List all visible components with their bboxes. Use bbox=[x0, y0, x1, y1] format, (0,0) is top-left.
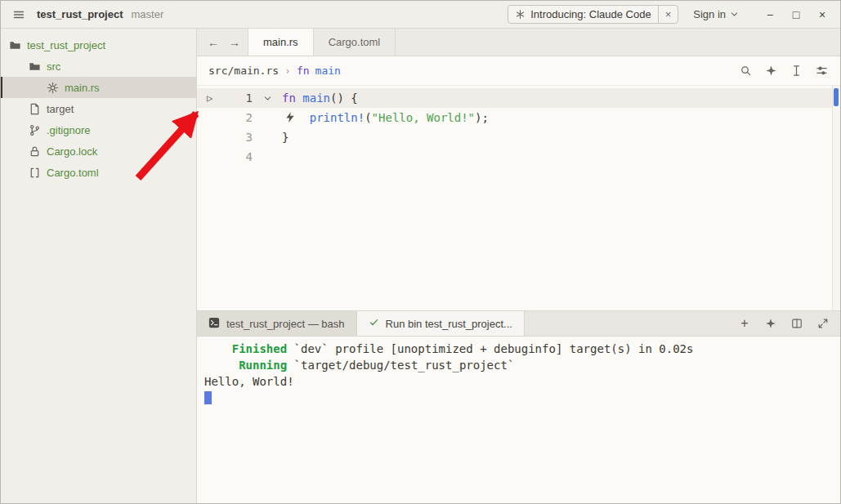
run-button[interactable]: ▷ bbox=[207, 92, 221, 104]
chevron-down-icon bbox=[730, 10, 739, 19]
editor-toolbar: src/main.rs › fn main bbox=[197, 56, 840, 86]
git-branch-label[interactable]: master bbox=[131, 8, 163, 20]
line-number: 3 bbox=[221, 131, 253, 144]
lock-icon bbox=[29, 145, 41, 158]
sparkle-asterisk-icon bbox=[515, 9, 526, 20]
app-window: test_rust_project master Introducing: Cl… bbox=[0, 0, 841, 504]
project-title[interactable]: test_rust_project bbox=[37, 8, 123, 20]
sidebar-item-src[interactable]: src bbox=[1, 56, 196, 77]
sidebar-item-main-rs[interactable]: main.rs bbox=[1, 77, 196, 98]
terminal-line: Running `target/debug/test_rust_project` bbox=[204, 357, 840, 373]
file-icon bbox=[29, 103, 41, 115]
sidebar-item-project-root[interactable]: test_rust_project bbox=[1, 34, 196, 56]
code-editor[interactable]: ▷ 1 fn main() { 2 print bbox=[197, 86, 840, 310]
terminal-tab-bar: test_rust_project — bash Run bin test_ru… bbox=[197, 310, 840, 337]
terminal-tab-run-bin[interactable]: Run bin test_rust_project... bbox=[357, 311, 525, 336]
sign-in-button[interactable]: Sign in bbox=[690, 8, 742, 20]
close-button[interactable]: × bbox=[811, 4, 834, 25]
minimize-button[interactable]: − bbox=[758, 4, 781, 25]
promo-close-button[interactable]: × bbox=[658, 6, 678, 23]
git-branch-icon bbox=[29, 124, 41, 136]
sidebar-item-cargo-toml[interactable]: Cargo.toml bbox=[1, 162, 196, 183]
folder-icon bbox=[9, 39, 21, 51]
title-bar: test_rust_project master Introducing: Cl… bbox=[1, 1, 840, 29]
breadcrumb[interactable]: src/main.rs › fn main bbox=[208, 65, 736, 77]
code-line: 4 bbox=[197, 147, 840, 167]
sidebar-item-gitignore[interactable]: .gitignore bbox=[1, 119, 196, 140]
assistant-sparkle-icon[interactable] bbox=[762, 62, 780, 80]
editor-tab-bar: ← → main.rs Cargo.toml bbox=[197, 29, 840, 56]
search-icon[interactable] bbox=[736, 62, 754, 80]
code-line: 2 println!("Hello, World!"); bbox=[197, 108, 840, 127]
new-terminal-button[interactable]: + bbox=[736, 314, 754, 332]
hamburger-menu-icon[interactable] bbox=[9, 5, 29, 25]
terminal-icon bbox=[208, 317, 220, 331]
terminal-output[interactable]: Finished `dev` profile [unoptimized + de… bbox=[197, 337, 840, 504]
sidebar-item-target[interactable]: target bbox=[1, 98, 196, 119]
editor-pane: ← → main.rs Cargo.toml src/main.rs › fn … bbox=[197, 29, 840, 504]
code-line: ▷ 1 fn main() { bbox=[197, 88, 840, 108]
line-number: 2 bbox=[221, 111, 253, 124]
terminal-tab-bash[interactable]: test_rust_project — bash bbox=[197, 311, 357, 336]
expand-panel-icon[interactable] bbox=[814, 314, 832, 332]
nav-forward-button[interactable]: → bbox=[225, 33, 244, 52]
editor-settings-icon[interactable] bbox=[812, 62, 830, 80]
chevron-down-icon[interactable] bbox=[253, 94, 282, 103]
terminal-line: Hello, World! bbox=[204, 373, 840, 390]
rust-file-icon bbox=[47, 82, 59, 94]
tab-cargo-toml[interactable]: Cargo.toml bbox=[314, 29, 396, 56]
tab-main-rs[interactable]: main.rs bbox=[248, 29, 314, 56]
promo-label: Introducing: Claude Code bbox=[530, 8, 651, 20]
nav-back-button[interactable]: ← bbox=[204, 33, 223, 52]
terminal-line: Finished `dev` profile [unoptimized + de… bbox=[204, 341, 840, 357]
terminal-cursor bbox=[204, 391, 212, 404]
line-number: 1 bbox=[221, 91, 253, 105]
promo-banner: Introducing: Claude Code × bbox=[508, 5, 678, 24]
text-cursor-icon[interactable] bbox=[787, 62, 805, 80]
project-panel: test_rust_project src main.rs target bbox=[1, 29, 197, 504]
toml-icon bbox=[29, 167, 41, 179]
line-number: 4 bbox=[221, 150, 253, 163]
scrollbar-cursor-marker[interactable] bbox=[834, 88, 839, 106]
sidebar-item-cargo-lock[interactable]: Cargo.lock bbox=[1, 140, 196, 162]
terminal-sparkle-icon[interactable] bbox=[762, 314, 780, 332]
code-action-bolt-icon[interactable] bbox=[285, 112, 295, 125]
maximize-button[interactable]: □ bbox=[785, 4, 807, 25]
terminal-line bbox=[204, 390, 840, 406]
folder-icon bbox=[29, 60, 41, 73]
promo-banner-button[interactable]: Introducing: Claude Code bbox=[508, 6, 657, 23]
editor-scrollbar[interactable] bbox=[832, 86, 840, 310]
check-icon bbox=[369, 317, 379, 330]
split-pane-icon[interactable] bbox=[788, 314, 806, 332]
code-line: 3 } bbox=[197, 127, 840, 147]
